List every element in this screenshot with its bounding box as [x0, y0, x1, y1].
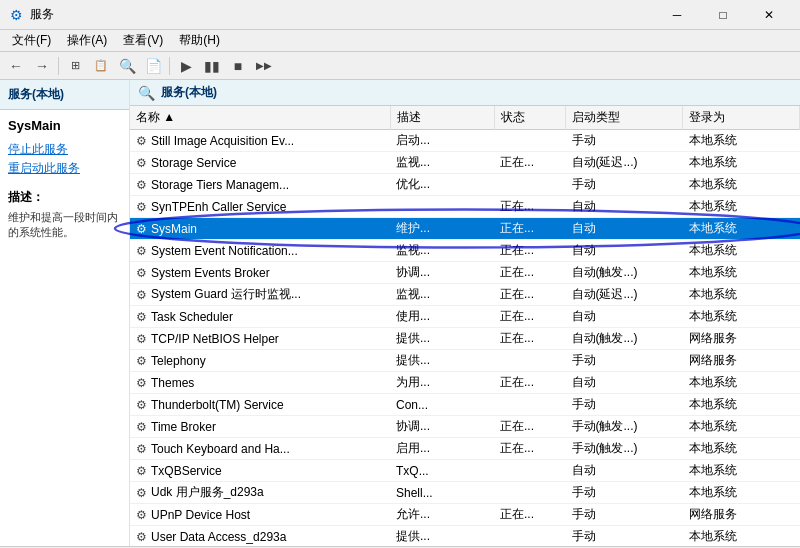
table-row[interactable]: ⚙Udk 用户服务_d293aShell...手动本地系统: [130, 482, 800, 504]
window-title: 服务: [30, 6, 654, 23]
export-button[interactable]: 📄: [141, 55, 165, 77]
table-row[interactable]: ⚙Still Image Acquisition Ev...启动...手动本地系…: [130, 130, 800, 152]
table-row[interactable]: ⚙Telephony提供...手动网络服务: [130, 350, 800, 372]
service-startup-cell: 自动: [566, 460, 683, 482]
service-status-cell: [494, 174, 566, 196]
toolbar-sep-1: [58, 57, 59, 75]
service-status-cell: 正在...: [494, 218, 566, 240]
service-status-cell: [494, 526, 566, 547]
table-row[interactable]: ⚙Touch Keyboard and Ha...启用...正在...手动(触发…: [130, 438, 800, 460]
service-desc-cell: 提供...: [390, 526, 494, 547]
services-table-container[interactable]: 名称 ▲ 描述 状态 启动类型 登录为 ⚙Still Image Acquisi…: [130, 106, 800, 546]
service-name-cell: ⚙Task Scheduler: [130, 306, 390, 328]
service-name-text: SysMain: [151, 222, 197, 236]
restart-service-link[interactable]: 重启动此服务: [8, 160, 121, 177]
service-login-cell: 网络服务: [683, 328, 800, 350]
service-startup-cell: 自动(延迟...): [566, 152, 683, 174]
back-button[interactable]: ←: [4, 55, 28, 77]
table-row[interactable]: ⚙Storage Tiers Managem...优化...手动本地系统: [130, 174, 800, 196]
service-name-text: Task Scheduler: [151, 310, 233, 324]
service-gear-icon: ⚙: [136, 486, 147, 500]
service-name-title: SysMain: [0, 110, 129, 137]
service-name-cell: ⚙System Event Notification...: [130, 240, 390, 262]
service-login-cell: 本地系统: [683, 460, 800, 482]
pause-button[interactable]: ▮▮: [200, 55, 224, 77]
table-row[interactable]: ⚙SynTPEnh Caller Service正在...自动本地系统: [130, 196, 800, 218]
table-row[interactable]: ⚙User Data Access_d293a提供...手动本地系统: [130, 526, 800, 547]
col-status-header[interactable]: 状态: [494, 106, 566, 130]
table-row[interactable]: ⚙System Guard 运行时监视...监视...正在...自动(延迟...…: [130, 284, 800, 306]
title-controls: ─ □ ✕: [654, 0, 792, 30]
description-section: 描述： 维护和提高一段时间内的系统性能。: [0, 181, 129, 249]
service-desc-cell: 协调...: [390, 416, 494, 438]
service-status-cell: 正在...: [494, 240, 566, 262]
maximize-button[interactable]: □: [700, 0, 746, 30]
menu-help[interactable]: 帮助(H): [171, 30, 228, 51]
stop-service-link[interactable]: 停止此服务: [8, 141, 121, 158]
service-name-text: Themes: [151, 376, 194, 390]
table-row[interactable]: ⚙Themes为用...正在...自动本地系统: [130, 372, 800, 394]
service-name-text: Storage Service: [151, 156, 236, 170]
service-desc-cell: TxQ...: [390, 460, 494, 482]
col-desc-header[interactable]: 描述: [390, 106, 494, 130]
service-gear-icon: ⚙: [136, 530, 147, 544]
col-login-header[interactable]: 登录为: [683, 106, 800, 130]
scope-button[interactable]: 📋: [89, 55, 113, 77]
service-login-cell: 本地系统: [683, 394, 800, 416]
service-name-text: Thunderbolt(TM) Service: [151, 398, 284, 412]
service-status-cell: [494, 394, 566, 416]
table-row[interactable]: ⚙System Events Broker协调...正在...自动(触发...)…: [130, 262, 800, 284]
stop-button[interactable]: ■: [226, 55, 250, 77]
forward-button[interactable]: →: [30, 55, 54, 77]
service-login-cell: 本地系统: [683, 130, 800, 152]
show-hide-button[interactable]: ⊞: [63, 55, 87, 77]
service-gear-icon: ⚙: [136, 288, 147, 302]
service-startup-cell: 手动(触发...): [566, 416, 683, 438]
col-name-header[interactable]: 名称 ▲: [130, 106, 390, 130]
service-login-cell: 本地系统: [683, 306, 800, 328]
service-name-cell: ⚙TCP/IP NetBIOS Helper: [130, 328, 390, 350]
description-text: 维护和提高一段时间内的系统性能。: [8, 210, 121, 241]
service-name-text: User Data Access_d293a: [151, 530, 286, 544]
table-row[interactable]: ⚙System Event Notification...监视...正在...自…: [130, 240, 800, 262]
service-desc-cell: 为用...: [390, 372, 494, 394]
table-row[interactable]: ⚙Storage Service监视...正在...自动(延迟...)本地系统: [130, 152, 800, 174]
service-login-cell: 本地系统: [683, 196, 800, 218]
table-row[interactable]: ⚙Time Broker协调...正在...手动(触发...)本地系统: [130, 416, 800, 438]
service-startup-cell: 手动: [566, 504, 683, 526]
refresh-button[interactable]: 🔍: [115, 55, 139, 77]
table-row[interactable]: ⚙Task Scheduler使用...正在...自动本地系统: [130, 306, 800, 328]
restart-button[interactable]: ▶▶: [252, 55, 276, 77]
table-row[interactable]: ⚙Thunderbolt(TM) ServiceCon...手动本地系统: [130, 394, 800, 416]
service-desc-cell: [390, 196, 494, 218]
service-desc-cell: Shell...: [390, 482, 494, 504]
service-startup-cell: 自动(延迟...): [566, 284, 683, 306]
table-row[interactable]: ⚙SysMain维护...正在...自动本地系统: [130, 218, 800, 240]
service-startup-cell: 手动: [566, 526, 683, 547]
service-status-cell: 正在...: [494, 372, 566, 394]
service-status-cell: 正在...: [494, 328, 566, 350]
menu-bar: 文件(F) 操作(A) 查看(V) 帮助(H): [0, 30, 800, 52]
menu-action[interactable]: 操作(A): [59, 30, 115, 51]
table-row[interactable]: ⚙TxQBServiceTxQ...自动本地系统: [130, 460, 800, 482]
minimize-button[interactable]: ─: [654, 0, 700, 30]
service-login-cell: 本地系统: [683, 218, 800, 240]
service-name-text: TxQBService: [151, 464, 222, 478]
table-row[interactable]: ⚙UPnP Device Host允许...正在...手动网络服务: [130, 504, 800, 526]
col-startup-header[interactable]: 启动类型: [566, 106, 683, 130]
service-name-cell: ⚙Storage Service: [130, 152, 390, 174]
play-button[interactable]: ▶: [174, 55, 198, 77]
service-login-cell: 本地系统: [683, 284, 800, 306]
menu-view[interactable]: 查看(V): [115, 30, 171, 51]
service-login-cell: 本地系统: [683, 174, 800, 196]
service-name-cell: ⚙Udk 用户服务_d293a: [130, 482, 390, 504]
main-content: 服务(本地) SysMain 停止此服务 重启动此服务 描述： 维护和提高一段时…: [0, 80, 800, 546]
menu-file[interactable]: 文件(F): [4, 30, 59, 51]
service-name-cell: ⚙Storage Tiers Managem...: [130, 174, 390, 196]
service-startup-cell: 手动: [566, 394, 683, 416]
right-header-text: 服务(本地): [161, 84, 217, 101]
service-status-cell: 正在...: [494, 306, 566, 328]
service-name-cell: ⚙Time Broker: [130, 416, 390, 438]
table-row[interactable]: ⚙TCP/IP NetBIOS Helper提供...正在...自动(触发...…: [130, 328, 800, 350]
close-button[interactable]: ✕: [746, 0, 792, 30]
